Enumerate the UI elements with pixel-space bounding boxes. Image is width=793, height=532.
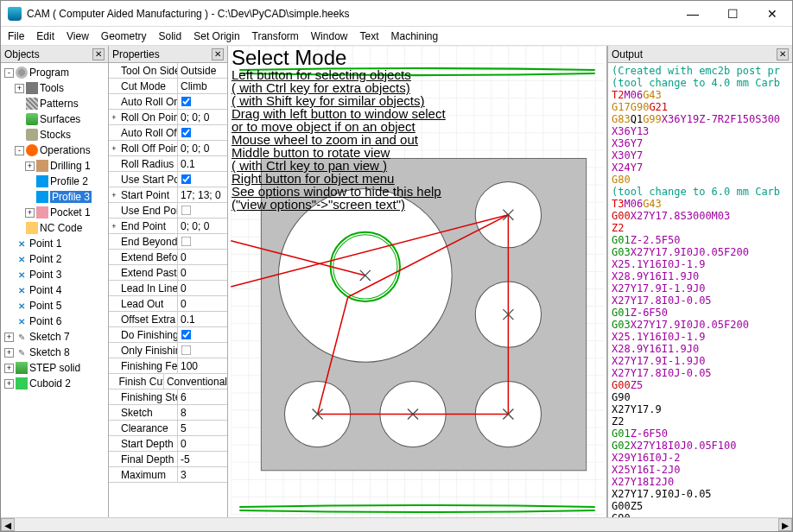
tree-item[interactable]: +Profile 2: [4, 174, 108, 189]
property-value[interactable]: 0: [178, 251, 227, 263]
tree-item[interactable]: +✎Sketch 8: [4, 345, 108, 360]
property-value[interactable]: 8: [178, 407, 227, 419]
property-row[interactable]: Do Finishing: [109, 327, 227, 343]
menu-window[interactable]: Window: [311, 30, 348, 42]
property-row[interactable]: Lead In Line0: [109, 281, 227, 296]
property-row[interactable]: Finish CutConventional: [109, 374, 227, 390]
menu-text[interactable]: Text: [359, 30, 378, 42]
property-value[interactable]: 0; 0; 0: [178, 220, 227, 232]
menu-solid[interactable]: Solid: [159, 30, 182, 42]
tree-item[interactable]: -Operations: [4, 142, 108, 158]
property-row[interactable]: Extend Past0: [109, 265, 227, 281]
property-value[interactable]: [178, 329, 227, 340]
property-row[interactable]: Offset Extra0.1: [109, 312, 227, 327]
expander-icon[interactable]: +: [25, 162, 35, 171]
property-row[interactable]: Cut ModeClimb: [109, 79, 227, 94]
tree-item[interactable]: +Surfaces: [4, 111, 108, 127]
property-row[interactable]: Clearance5: [109, 421, 227, 436]
menu-view[interactable]: View: [67, 30, 89, 42]
tree-item[interactable]: +✕Point 4: [4, 282, 108, 298]
property-row[interactable]: Extend Before0: [109, 250, 227, 265]
expander-icon[interactable]: -: [15, 146, 24, 155]
properties-grid[interactable]: Tool On SideOutsideCut ModeClimbAuto Rol…: [109, 63, 227, 531]
property-value[interactable]: [178, 127, 227, 138]
expander-icon[interactable]: +: [109, 144, 119, 153]
tree-item[interactable]: -Program: [4, 65, 108, 80]
menu-transform[interactable]: Transform: [252, 30, 299, 42]
expander-icon[interactable]: +: [109, 191, 119, 200]
property-row[interactable]: +Roll On Point0; 0; 0: [109, 110, 227, 125]
property-row[interactable]: Finishing Feedrate100: [109, 358, 227, 374]
property-row[interactable]: Final Depth-5: [109, 452, 227, 467]
output-close-icon[interactable]: ✕: [777, 48, 789, 60]
menu-file[interactable]: File: [8, 30, 24, 42]
property-value[interactable]: [178, 174, 227, 185]
tree-item[interactable]: +STEP solid: [4, 360, 108, 376]
object-tree[interactable]: -Program+Tools+Patterns+Surfaces+Stocks-…: [1, 63, 108, 531]
property-value[interactable]: 0; 0; 0: [178, 142, 227, 155]
tree-item[interactable]: +✎Sketch 7: [4, 329, 108, 345]
property-row[interactable]: Use Start Point: [109, 172, 227, 187]
tree-item[interactable]: +Tools: [4, 80, 108, 96]
property-value[interactable]: 0.1: [178, 314, 227, 326]
property-row[interactable]: Lead Out0: [109, 296, 227, 312]
property-row[interactable]: Auto Roll On: [109, 94, 227, 110]
property-row[interactable]: +End Point0; 0; 0: [109, 218, 227, 234]
tree-item[interactable]: +Stocks: [4, 127, 108, 142]
property-row[interactable]: Tool On SideOutside: [109, 63, 227, 79]
property-value[interactable]: 3: [178, 469, 227, 481]
property-value[interactable]: 6: [178, 391, 227, 403]
property-row[interactable]: +Start Point17; 13; 0: [109, 187, 227, 203]
minimize-button[interactable]: —: [673, 1, 713, 27]
property-value[interactable]: Conventional: [164, 376, 227, 388]
property-row[interactable]: Only Finishing: [109, 343, 227, 358]
property-value[interactable]: [178, 96, 227, 107]
property-value[interactable]: [178, 205, 227, 216]
property-value[interactable]: 0; 0; 0: [178, 111, 227, 124]
expander-icon[interactable]: +: [4, 348, 14, 358]
output-text[interactable]: (Created with emc2b post pr(tool change …: [608, 63, 792, 531]
tree-item[interactable]: +Drilling 1: [4, 158, 108, 174]
expander-icon[interactable]: -: [4, 68, 14, 78]
expander-icon[interactable]: +: [109, 113, 119, 122]
property-row[interactable]: Sketch8: [109, 405, 227, 421]
property-row[interactable]: +Roll Off Point0; 0; 0: [109, 141, 227, 156]
property-row[interactable]: Auto Roll Off: [109, 125, 227, 141]
property-value[interactable]: 0: [178, 298, 227, 310]
property-value[interactable]: Outside: [178, 65, 227, 77]
property-value[interactable]: 5: [178, 422, 227, 434]
tree-item[interactable]: +✕Point 2: [4, 251, 108, 267]
property-value[interactable]: 100: [178, 360, 227, 372]
tree-item[interactable]: +✕Point 3: [4, 267, 108, 282]
objects-close-icon[interactable]: ✕: [92, 48, 105, 60]
property-value[interactable]: 0.1: [178, 158, 227, 170]
property-value[interactable]: 0: [178, 267, 227, 279]
property-value[interactable]: 0: [178, 282, 227, 294]
property-value[interactable]: 17; 13; 0: [178, 189, 227, 201]
expander-icon[interactable]: +: [4, 379, 14, 389]
menu-edit[interactable]: Edit: [36, 30, 54, 42]
canvas-panel[interactable]: Select Mode Left button for selecting ob…: [228, 46, 607, 531]
close-button[interactable]: ✕: [752, 1, 792, 27]
tree-item[interactable]: +Profile 3: [4, 189, 108, 205]
tree-item[interactable]: +Patterns: [4, 96, 108, 111]
properties-close-icon[interactable]: ✕: [212, 48, 224, 60]
property-row[interactable]: Finishing Step6: [109, 390, 227, 405]
output-hscroll[interactable]: ◄►: [1, 517, 792, 531]
tree-item[interactable]: +NC Code: [4, 220, 108, 236]
expander-icon[interactable]: +: [25, 208, 35, 218]
expander-icon[interactable]: +: [15, 84, 24, 93]
tree-item[interactable]: +✕Point 1: [4, 236, 108, 251]
property-value[interactable]: [178, 345, 227, 356]
menu-set-origin[interactable]: Set Origin: [193, 30, 239, 42]
property-row[interactable]: Start Depth0: [109, 436, 227, 452]
expander-icon[interactable]: +: [4, 364, 14, 373]
tree-item[interactable]: +Cuboid 2: [4, 376, 108, 391]
property-value[interactable]: Climb: [178, 80, 227, 92]
property-value[interactable]: -5: [178, 453, 227, 466]
menu-machining[interactable]: Machining: [391, 30, 439, 42]
property-value[interactable]: [178, 236, 227, 247]
menu-geometry[interactable]: Geometry: [101, 30, 147, 42]
property-row[interactable]: Use End Point: [109, 203, 227, 218]
expander-icon[interactable]: +: [109, 222, 119, 231]
